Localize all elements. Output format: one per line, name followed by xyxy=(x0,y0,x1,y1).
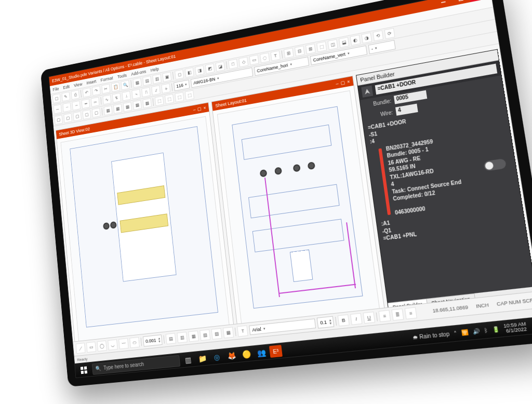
bold-button[interactable]: B xyxy=(338,314,350,326)
menu-addons[interactable]: Add-ons xyxy=(131,69,147,76)
align-button[interactable]: ▤ xyxy=(166,333,176,344)
toolbar-button[interactable]: ▦ xyxy=(113,104,122,114)
toolbar-button[interactable]: ⬚ xyxy=(155,96,164,106)
toolbar-button[interactable]: ⊞ xyxy=(284,48,294,59)
canvas-3dview[interactable] xyxy=(57,112,234,346)
toolbar-button[interactable]: 🔍 xyxy=(121,80,130,90)
toolbar-button[interactable]: ◻ xyxy=(175,70,184,80)
task-view-button[interactable]: ▥ xyxy=(181,352,195,367)
menu-format[interactable]: Format xyxy=(100,75,113,83)
toolbar-button[interactable]: ◩ xyxy=(205,63,215,74)
toolbar-button[interactable]: ↷ xyxy=(92,86,101,96)
toolbar-button[interactable]: ◫ xyxy=(328,39,338,50)
toolbar-button[interactable]: ╌ xyxy=(72,101,81,111)
toolbar-button[interactable]: ▢ xyxy=(63,113,72,123)
subwindow-minimize-icon[interactable]: – xyxy=(336,81,339,87)
toolbar-button[interactable]: ∿ xyxy=(102,95,111,104)
text-button[interactable]: T xyxy=(237,325,248,336)
underline-button[interactable]: U xyxy=(363,312,375,324)
toolbar-button[interactable]: ⬚ xyxy=(185,90,194,101)
toolbar-button[interactable]: ✂ xyxy=(101,84,110,93)
align-button[interactable]: ▩ xyxy=(223,327,234,338)
toolbar-button[interactable]: ◑ xyxy=(362,33,372,44)
tray-power-icon[interactable]: 🔋 xyxy=(492,326,500,333)
tray-bluetooth-icon[interactable]: ᛒ xyxy=(484,327,488,334)
toolbar-button[interactable]: ─ xyxy=(54,104,62,114)
toolbar-button[interactable]: ⬚ xyxy=(316,42,327,52)
menu-file[interactable]: File xyxy=(52,86,59,92)
toolbar-button[interactable]: ┈ xyxy=(63,102,71,112)
taskbar-app-teams[interactable]: 👥 xyxy=(254,345,269,360)
taskbar-app-edge[interactable]: ◎ xyxy=(210,349,224,365)
align-button[interactable]: ▥ xyxy=(177,332,188,343)
align-button[interactable]: ▦ xyxy=(189,331,200,342)
toolbar-button[interactable]: ⬚ xyxy=(175,92,184,102)
taskbar-app-explorer[interactable]: 📁 xyxy=(195,351,209,366)
toolbar-button[interactable]: ◌ xyxy=(260,52,270,63)
toolbar-button[interactable]: ▢ xyxy=(83,110,91,119)
subwindow-close-icon[interactable]: × xyxy=(203,105,206,111)
taskbar-app-chrome[interactable]: 🟡 xyxy=(239,346,254,361)
taskbar-app-firefox[interactable]: 🦊 xyxy=(224,348,239,363)
taskbar-app-ecad[interactable]: E³ xyxy=(269,345,283,358)
draw-arc-button[interactable]: ◡ xyxy=(108,339,117,350)
draw-line-button[interactable]: ／ xyxy=(76,343,86,354)
weather-widget[interactable]: 🌧 Rain to stop xyxy=(412,331,450,341)
toolbar-button[interactable]: ▥ xyxy=(152,74,161,84)
toolbar-button[interactable]: ▦ xyxy=(123,102,132,112)
toolbar-button[interactable]: ⎍ xyxy=(141,87,150,98)
layer-combo[interactable]: 116 ▾ xyxy=(174,79,190,91)
toolbar-button[interactable]: ⎎ xyxy=(151,85,160,96)
toolbar-button[interactable]: T xyxy=(271,50,281,61)
nudge-spinner[interactable]: 0.001 ▲▼ xyxy=(143,334,163,347)
toolbar-button[interactable]: ◪ xyxy=(216,61,225,72)
toolbar-button[interactable]: ▢ xyxy=(92,108,101,118)
toolbar-button[interactable]: ◨ xyxy=(195,65,204,76)
toolbar-button[interactable]: ⬓ xyxy=(339,37,349,48)
draw-rect-button[interactable]: ▭ xyxy=(86,342,96,353)
start-button[interactable] xyxy=(76,362,91,378)
textalign-center-button[interactable]: ≣ xyxy=(391,308,404,320)
subwindow-close-icon[interactable]: × xyxy=(347,79,351,85)
tray-chevron-up-icon[interactable]: ˄ xyxy=(454,330,457,337)
toolbar-button[interactable]: ◧ xyxy=(185,68,194,78)
toolbar-button[interactable]: ⊟ xyxy=(295,46,304,57)
toolbar-button[interactable]: ▢ xyxy=(73,111,81,121)
align-button[interactable]: ▨ xyxy=(211,328,222,340)
menu-insert[interactable]: Insert xyxy=(86,78,97,85)
menu-edit[interactable]: Edit xyxy=(63,84,70,90)
toolbar-button[interactable]: 📋 xyxy=(111,82,120,92)
toolbar-button[interactable]: ▣ xyxy=(163,72,172,82)
draw-circle-button[interactable]: ◯ xyxy=(97,341,107,352)
toolbar-button[interactable]: ⎙ xyxy=(71,90,79,100)
canvas-layout[interactable] xyxy=(213,86,384,329)
toolbar-button[interactable]: ▦ xyxy=(142,98,151,109)
fontsize-spinner[interactable]: 0.1 ▲▼ xyxy=(317,316,334,329)
draw-curve-button[interactable]: 〰 xyxy=(118,338,128,349)
toolbar-button[interactable]: ▦ xyxy=(104,105,113,115)
menu-tools[interactable]: Tools xyxy=(117,73,127,79)
toolbar-button[interactable]: ▦ xyxy=(133,78,142,88)
subwindow-maximize-icon[interactable]: ▢ xyxy=(197,106,202,112)
toolbar-button[interactable]: ▢ xyxy=(52,93,61,103)
toolbar-button[interactable]: ✎ xyxy=(62,92,70,102)
toolbar-button[interactable]: ⍀ xyxy=(131,89,140,99)
toolbar-button[interactable]: ⟂ xyxy=(122,91,131,101)
italic-button[interactable]: I xyxy=(350,313,362,325)
draw-ellipse-button[interactable]: ⬭ xyxy=(129,337,140,348)
menu-view[interactable]: View xyxy=(74,82,83,88)
toolbar-button[interactable]: ▭ xyxy=(249,55,259,65)
textalign-right-button[interactable]: ≡ xyxy=(405,307,417,319)
toolbar-button[interactable]: ═ xyxy=(91,97,100,107)
tray-network-icon[interactable]: 🛜 xyxy=(461,329,469,336)
toolbar-button[interactable]: ━ xyxy=(82,99,90,109)
toolbar-button[interactable]: ▤ xyxy=(142,76,151,86)
toolbar-button[interactable]: ◐ xyxy=(350,35,361,46)
toolbar-button[interactable]: ⟳ xyxy=(384,28,395,39)
toolbar-button[interactable]: ⟲ xyxy=(373,30,384,41)
toolbar-button[interactable]: ↯ xyxy=(112,93,121,103)
textalign-left-button[interactable]: ≡ xyxy=(378,310,391,322)
toolbar-button[interactable]: ↶ xyxy=(83,88,91,98)
menu-help[interactable]: Help xyxy=(150,66,159,72)
toolbar-button[interactable]: ⬚ xyxy=(165,94,174,104)
